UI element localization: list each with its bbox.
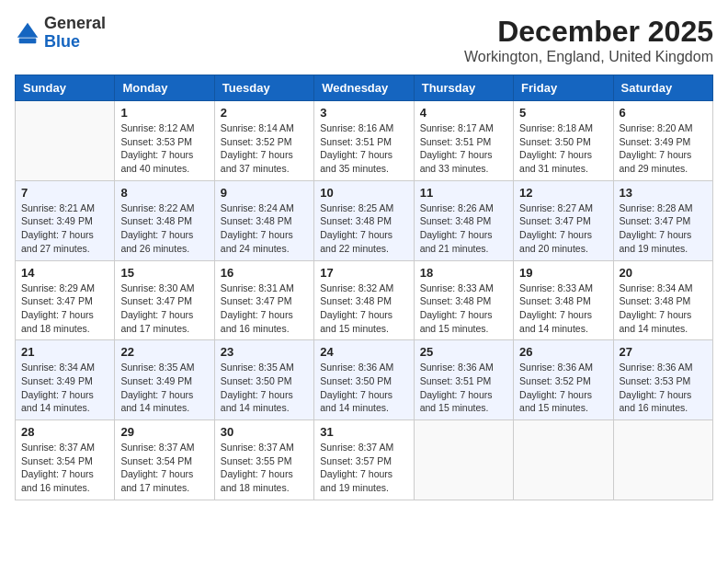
- day-number: 25: [420, 345, 507, 359]
- calendar-cell: 7Sunrise: 8:21 AMSunset: 3:49 PMDaylight…: [16, 180, 115, 260]
- calendar-cell: 19Sunrise: 8:33 AMSunset: 3:48 PMDayligh…: [514, 260, 613, 340]
- day-info: Sunrise: 8:27 AMSunset: 3:47 PMDaylight:…: [519, 201, 607, 256]
- day-info: Sunrise: 8:20 AMSunset: 3:49 PMDaylight:…: [620, 121, 707, 176]
- day-number: 18: [420, 266, 507, 280]
- day-number: 11: [420, 186, 507, 200]
- calendar-cell: [514, 420, 613, 500]
- calendar-cell: 13Sunrise: 8:28 AMSunset: 3:47 PMDayligh…: [613, 180, 712, 260]
- header-sunday: Sunday: [16, 75, 115, 101]
- day-number: 23: [221, 345, 308, 359]
- calendar-cell: 28Sunrise: 8:37 AMSunset: 3:54 PMDayligh…: [16, 420, 115, 500]
- day-info: Sunrise: 8:37 AMSunset: 3:54 PMDaylight:…: [120, 441, 208, 495]
- header-thursday: Thursday: [414, 75, 513, 101]
- day-info: Sunrise: 8:35 AMSunset: 3:50 PMDaylight:…: [221, 361, 308, 415]
- calendar-cell: 20Sunrise: 8:34 AMSunset: 3:48 PMDayligh…: [613, 260, 712, 340]
- day-number: 17: [320, 266, 407, 280]
- day-info: Sunrise: 8:22 AMSunset: 3:48 PMDaylight:…: [120, 201, 208, 256]
- day-info: Sunrise: 8:21 AMSunset: 3:49 PMDaylight:…: [21, 201, 108, 256]
- calendar-cell: 14Sunrise: 8:29 AMSunset: 3:47 PMDayligh…: [16, 260, 115, 340]
- calendar-table: SundayMondayTuesdayWednesdayThursdayFrid…: [15, 75, 713, 500]
- calendar-cell: 1Sunrise: 8:12 AMSunset: 3:53 PMDaylight…: [115, 101, 214, 181]
- calendar-cell: 9Sunrise: 8:24 AMSunset: 3:48 PMDaylight…: [214, 180, 313, 260]
- calendar-cell: [414, 420, 513, 500]
- day-number: 16: [221, 266, 308, 280]
- day-info: Sunrise: 8:25 AMSunset: 3:48 PMDaylight:…: [320, 201, 407, 256]
- location: Workington, England, United Kingdom: [464, 49, 713, 65]
- day-number: 10: [320, 186, 407, 200]
- calendar-cell: 24Sunrise: 8:36 AMSunset: 3:50 PMDayligh…: [314, 340, 414, 420]
- day-number: 9: [221, 186, 308, 200]
- day-number: 15: [120, 266, 208, 280]
- page-header: General Blue December 2025 Workington, E…: [15, 15, 713, 65]
- calendar-cell: 2Sunrise: 8:14 AMSunset: 3:52 PMDaylight…: [214, 101, 313, 181]
- calendar-week-3: 21Sunrise: 8:34 AMSunset: 3:49 PMDayligh…: [16, 340, 713, 420]
- day-number: 13: [620, 186, 707, 200]
- day-info: Sunrise: 8:18 AMSunset: 3:50 PMDaylight:…: [519, 121, 607, 176]
- calendar-cell: 21Sunrise: 8:34 AMSunset: 3:49 PMDayligh…: [16, 340, 115, 420]
- day-number: 2: [221, 106, 308, 120]
- day-info: Sunrise: 8:35 AMSunset: 3:49 PMDaylight:…: [120, 361, 208, 415]
- day-number: 1: [120, 106, 208, 120]
- day-number: 30: [221, 425, 308, 439]
- header-saturday: Saturday: [613, 75, 712, 101]
- day-number: 29: [120, 425, 208, 439]
- calendar-cell: 6Sunrise: 8:20 AMSunset: 3:49 PMDaylight…: [613, 101, 712, 181]
- header-tuesday: Tuesday: [214, 75, 313, 101]
- calendar-cell: 27Sunrise: 8:36 AMSunset: 3:53 PMDayligh…: [613, 340, 712, 420]
- calendar-cell: [16, 101, 115, 181]
- calendar-cell: 15Sunrise: 8:30 AMSunset: 3:47 PMDayligh…: [115, 260, 214, 340]
- calendar-cell: 8Sunrise: 8:22 AMSunset: 3:48 PMDaylight…: [115, 180, 214, 260]
- day-info: Sunrise: 8:37 AMSunset: 3:55 PMDaylight:…: [221, 441, 308, 495]
- calendar-cell: 11Sunrise: 8:26 AMSunset: 3:48 PMDayligh…: [414, 180, 513, 260]
- day-number: 22: [120, 345, 208, 359]
- svg-rect-1: [19, 38, 37, 43]
- day-info: Sunrise: 8:16 AMSunset: 3:51 PMDaylight:…: [320, 121, 407, 176]
- day-info: Sunrise: 8:24 AMSunset: 3:48 PMDaylight:…: [221, 201, 308, 256]
- calendar-week-2: 14Sunrise: 8:29 AMSunset: 3:47 PMDayligh…: [16, 260, 713, 340]
- calendar-cell: 3Sunrise: 8:16 AMSunset: 3:51 PMDaylight…: [314, 101, 414, 181]
- calendar-cell: 4Sunrise: 8:17 AMSunset: 3:51 PMDaylight…: [414, 101, 513, 181]
- logo-general: General: [44, 14, 106, 32]
- day-info: Sunrise: 8:30 AMSunset: 3:47 PMDaylight:…: [120, 282, 208, 336]
- day-info: Sunrise: 8:31 AMSunset: 3:47 PMDaylight:…: [221, 282, 308, 336]
- day-info: Sunrise: 8:32 AMSunset: 3:48 PMDaylight:…: [320, 282, 407, 336]
- day-number: 20: [620, 266, 707, 280]
- day-number: 4: [420, 106, 507, 120]
- calendar-week-1: 7Sunrise: 8:21 AMSunset: 3:49 PMDaylight…: [16, 180, 713, 260]
- logo-blue: Blue: [44, 32, 80, 51]
- day-number: 31: [320, 425, 407, 439]
- calendar-cell: 22Sunrise: 8:35 AMSunset: 3:49 PMDayligh…: [115, 340, 214, 420]
- calendar-cell: 29Sunrise: 8:37 AMSunset: 3:54 PMDayligh…: [115, 420, 214, 500]
- calendar-cell: 25Sunrise: 8:36 AMSunset: 3:51 PMDayligh…: [414, 340, 513, 420]
- calendar-cell: [613, 420, 712, 500]
- day-info: Sunrise: 8:36 AMSunset: 3:50 PMDaylight:…: [320, 361, 407, 415]
- day-number: 19: [519, 266, 607, 280]
- day-info: Sunrise: 8:12 AMSunset: 3:53 PMDaylight:…: [120, 121, 208, 176]
- calendar-cell: 18Sunrise: 8:33 AMSunset: 3:48 PMDayligh…: [414, 260, 513, 340]
- calendar-cell: 10Sunrise: 8:25 AMSunset: 3:48 PMDayligh…: [314, 180, 414, 260]
- day-number: 28: [21, 425, 108, 439]
- day-number: 12: [519, 186, 607, 200]
- day-info: Sunrise: 8:37 AMSunset: 3:54 PMDaylight:…: [21, 441, 108, 495]
- day-info: Sunrise: 8:37 AMSunset: 3:57 PMDaylight:…: [320, 441, 407, 495]
- calendar-cell: 16Sunrise: 8:31 AMSunset: 3:47 PMDayligh…: [214, 260, 313, 340]
- day-number: 24: [320, 345, 407, 359]
- header-monday: Monday: [115, 75, 214, 101]
- calendar-header-row: SundayMondayTuesdayWednesdayThursdayFrid…: [16, 75, 713, 101]
- day-info: Sunrise: 8:17 AMSunset: 3:51 PMDaylight:…: [420, 121, 507, 176]
- day-number: 3: [320, 106, 407, 120]
- header-wednesday: Wednesday: [314, 75, 414, 101]
- day-number: 26: [519, 345, 607, 359]
- day-info: Sunrise: 8:36 AMSunset: 3:53 PMDaylight:…: [620, 361, 707, 415]
- calendar-cell: 31Sunrise: 8:37 AMSunset: 3:57 PMDayligh…: [314, 420, 414, 500]
- day-number: 27: [620, 345, 707, 359]
- calendar-week-0: 1Sunrise: 8:12 AMSunset: 3:53 PMDaylight…: [16, 101, 713, 181]
- svg-marker-0: [17, 23, 38, 38]
- logo: General Blue: [15, 15, 106, 52]
- day-number: 14: [21, 266, 108, 280]
- calendar-cell: 26Sunrise: 8:36 AMSunset: 3:52 PMDayligh…: [514, 340, 613, 420]
- day-info: Sunrise: 8:36 AMSunset: 3:52 PMDaylight:…: [519, 361, 607, 415]
- day-info: Sunrise: 8:33 AMSunset: 3:48 PMDaylight:…: [420, 282, 507, 336]
- day-info: Sunrise: 8:26 AMSunset: 3:48 PMDaylight:…: [420, 201, 507, 256]
- day-number: 21: [21, 345, 108, 359]
